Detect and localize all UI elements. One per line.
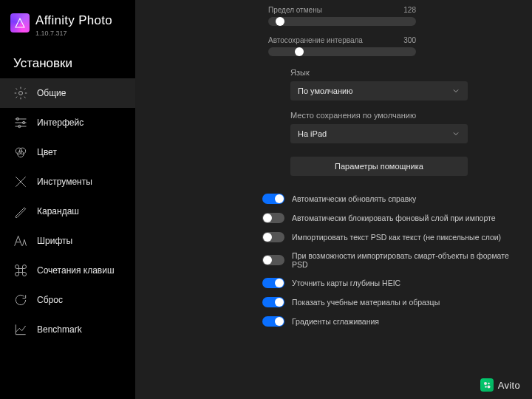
command-icon bbox=[13, 263, 28, 278]
sidebar-item-reset[interactable]: Сброс bbox=[0, 285, 135, 315]
slider-value: 128 bbox=[403, 6, 416, 14]
toggle-import-smart-objects[interactable]: При возможности импортировать смарт-объе… bbox=[262, 251, 510, 269]
brand-text: Affinity Photo 1.10.7.317 bbox=[35, 13, 112, 37]
switch-icon[interactable] bbox=[262, 316, 284, 327]
watermark: Avito bbox=[480, 378, 520, 392]
sidebar-item-color[interactable]: Цвет bbox=[0, 137, 135, 167]
chart-icon bbox=[13, 322, 28, 337]
switch-icon[interactable] bbox=[262, 297, 284, 307]
sidebar-nav: Общие Интерфейс Цвет Инструменты Каранда… bbox=[0, 78, 135, 344]
section-title: Установки bbox=[0, 56, 135, 71]
switch-icon[interactable] bbox=[262, 278, 284, 288]
toggle-label: При возможности импортировать смарт-объе… bbox=[292, 251, 510, 269]
svg-point-9 bbox=[485, 386, 487, 388]
switch-icon[interactable] bbox=[262, 232, 284, 242]
language-select[interactable]: По умолчанию bbox=[290, 81, 468, 100]
toggle-smooth-gradients[interactable]: Градиенты сглаживания bbox=[262, 316, 510, 327]
language-label: Язык bbox=[290, 68, 510, 77]
sidebar-item-benchmark[interactable]: Benchmark bbox=[0, 315, 135, 344]
brand-block: Affinity Photo 1.10.7.317 bbox=[0, 13, 135, 37]
switch-icon[interactable] bbox=[262, 194, 284, 204]
select-value: По умолчанию bbox=[298, 86, 352, 95]
toggle-label: Импортировать текст PSD как текст (не пи… bbox=[292, 233, 501, 242]
chevron-down-icon bbox=[451, 129, 460, 138]
app-version: 1.10.7.317 bbox=[35, 30, 112, 37]
toggle-label: Автоматически обновлять справку bbox=[292, 194, 416, 203]
sidebar-item-tools[interactable]: Инструменты bbox=[0, 167, 135, 197]
slider-thumb-icon[interactable] bbox=[276, 17, 284, 26]
switch-icon[interactable] bbox=[262, 213, 284, 223]
sidebar-item-shortcuts[interactable]: Сочетания клавиш bbox=[0, 256, 135, 285]
autosave-interval-slider[interactable] bbox=[268, 47, 416, 56]
toggle-show-tutorials[interactable]: Показать учебные материалы и образцы bbox=[262, 297, 510, 307]
sidebar-item-fonts[interactable]: Шрифты bbox=[0, 226, 135, 256]
sidebar-item-label: Общие bbox=[37, 88, 66, 98]
save-location-label: Место сохранения по умолчанию bbox=[290, 111, 510, 120]
toggle-auto-update-help[interactable]: Автоматически обновлять справку bbox=[262, 194, 510, 204]
select-value: На iPad bbox=[298, 129, 327, 138]
svg-point-7 bbox=[484, 382, 487, 385]
sidebar-item-general[interactable]: Общие bbox=[0, 78, 135, 108]
toggles-list: Автоматически обновлять справку Автомати… bbox=[262, 194, 510, 327]
toggle-lock-background-layer[interactable]: Автоматически блокировать фоновый слой п… bbox=[262, 213, 510, 223]
venn-icon bbox=[13, 145, 28, 160]
toggle-heic-depth-maps[interactable]: Уточнить карты глубины HEIC bbox=[262, 278, 510, 288]
main-panel: Предел отмены 128 Автосохранение интерва… bbox=[135, 0, 532, 399]
switch-icon[interactable] bbox=[262, 255, 284, 265]
sidebar: Affinity Photo 1.10.7.317 Установки Общи… bbox=[0, 0, 135, 399]
chevron-down-icon bbox=[451, 86, 460, 95]
svg-point-10 bbox=[487, 386, 490, 389]
autosave-interval-row: Автосохранение интервала 300 bbox=[268, 36, 510, 56]
refresh-icon bbox=[13, 293, 28, 307]
sliders-icon bbox=[13, 115, 28, 130]
svg-point-8 bbox=[488, 383, 490, 385]
sidebar-item-label: Сочетания клавиш bbox=[37, 265, 115, 276]
sidebar-item-label: Шрифты bbox=[37, 236, 72, 246]
app-logo-icon bbox=[10, 13, 30, 33]
sidebar-item-label: Инструменты bbox=[37, 177, 92, 187]
sidebar-item-label: Карандаш bbox=[37, 206, 79, 216]
toggle-label: Автоматически блокировать фоновый слой п… bbox=[292, 214, 496, 222]
sidebar-item-interface[interactable]: Интерфейс bbox=[0, 108, 135, 137]
toggle-label: Градиенты сглаживания bbox=[292, 317, 379, 326]
helper-params-button[interactable]: Параметры помощника bbox=[290, 157, 468, 176]
watermark-text: Avito bbox=[498, 380, 520, 391]
fonts-icon bbox=[13, 233, 28, 248]
slider-thumb-icon[interactable] bbox=[295, 47, 304, 56]
undo-limit-slider[interactable] bbox=[268, 17, 416, 26]
save-location-select[interactable]: На iPad bbox=[290, 124, 468, 143]
slider-value: 300 bbox=[403, 36, 416, 44]
toggle-import-psd-text[interactable]: Импортировать текст PSD как текст (не пи… bbox=[262, 232, 510, 242]
undo-limit-row: Предел отмены 128 bbox=[268, 6, 510, 26]
gear-icon bbox=[13, 86, 28, 100]
sidebar-item-pencil[interactable]: Карандаш bbox=[0, 197, 135, 226]
avito-logo-icon bbox=[480, 378, 494, 392]
pencil-icon bbox=[13, 204, 28, 219]
app-title: Affinity Photo bbox=[35, 13, 112, 28]
slider-label: Автосохранение интервала bbox=[268, 36, 363, 44]
language-block: Язык По умолчанию Место сохранения по ум… bbox=[290, 68, 510, 143]
sidebar-item-label: Цвет bbox=[37, 147, 57, 157]
sidebar-item-label: Benchmark bbox=[37, 324, 82, 335]
svg-point-0 bbox=[19, 92, 23, 95]
toggle-label: Показать учебные материалы и образцы bbox=[292, 298, 440, 307]
slider-label: Предел отмены bbox=[268, 6, 322, 14]
sidebar-item-label: Сброс bbox=[37, 295, 63, 305]
tools-icon bbox=[13, 174, 28, 189]
toggle-label: Уточнить карты глубины HEIC bbox=[292, 279, 400, 287]
sidebar-item-label: Интерфейс bbox=[37, 117, 83, 128]
button-label: Параметры помощника bbox=[335, 162, 423, 171]
